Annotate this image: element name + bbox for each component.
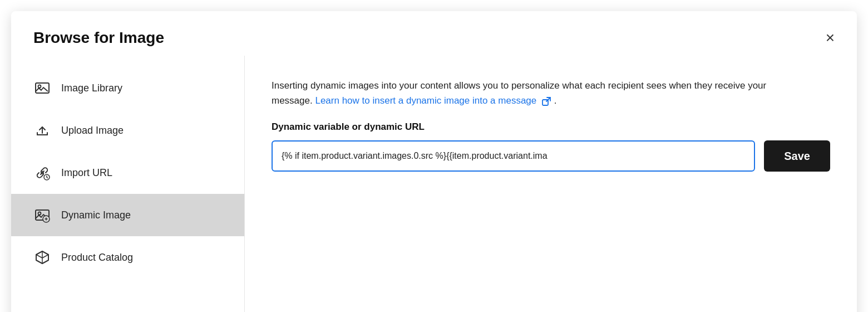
learn-more-link[interactable]: Learn how to insert a dynamic image into… bbox=[315, 95, 554, 106]
description-text: Inserting dynamic images into your conte… bbox=[272, 78, 772, 108]
dynamic-input[interactable] bbox=[272, 140, 755, 172]
sidebar-item-image-library[interactable]: Image Library bbox=[11, 67, 244, 109]
svg-point-4 bbox=[38, 212, 41, 215]
field-row: Save bbox=[272, 140, 830, 172]
sidebar-item-label: Dynamic Image bbox=[61, 209, 131, 221]
modal-title: Browse for Image bbox=[33, 29, 164, 47]
svg-point-1 bbox=[38, 85, 41, 88]
cube-icon bbox=[33, 248, 51, 266]
dynamic-image-icon bbox=[33, 206, 51, 224]
content-area: Inserting dynamic images into your conte… bbox=[245, 56, 857, 312]
image-library-icon bbox=[33, 79, 51, 97]
sidebar: Image Library Upload Image bbox=[11, 56, 245, 312]
sidebar-item-import-url[interactable]: Import URL bbox=[11, 152, 244, 194]
save-button[interactable]: Save bbox=[764, 140, 830, 172]
upload-icon bbox=[33, 121, 51, 139]
sidebar-item-label: Image Library bbox=[61, 82, 122, 94]
sidebar-item-dynamic-image[interactable]: Dynamic Image bbox=[11, 194, 244, 236]
close-button[interactable]: × bbox=[826, 30, 835, 46]
external-link-icon bbox=[541, 96, 551, 106]
sidebar-item-label: Upload Image bbox=[61, 125, 124, 136]
modal-body: Image Library Upload Image bbox=[11, 56, 857, 312]
field-label: Dynamic variable or dynamic URL bbox=[272, 121, 830, 133]
sidebar-item-product-catalog[interactable]: Product Catalog bbox=[11, 236, 244, 279]
field-section: Dynamic variable or dynamic URL Save bbox=[272, 121, 830, 172]
link-icon bbox=[33, 164, 51, 182]
sidebar-item-upload-image[interactable]: Upload Image bbox=[11, 109, 244, 152]
modal-header: Browse for Image × bbox=[11, 11, 857, 56]
svg-rect-0 bbox=[36, 83, 49, 93]
browse-for-image-modal: Browse for Image × Image Library bbox=[11, 11, 857, 312]
sidebar-item-label: Product Catalog bbox=[61, 252, 133, 264]
sidebar-item-label: Import URL bbox=[61, 167, 112, 179]
